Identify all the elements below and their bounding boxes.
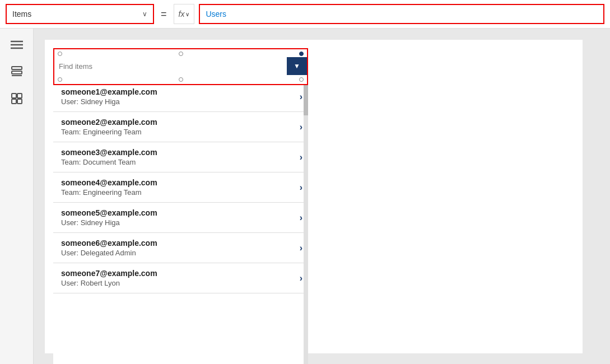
dropdown-arrow-icon: ▼ — [294, 62, 300, 70]
list-item-text: someone2@example.com Team: Engineering T… — [61, 118, 157, 136]
list-item-chevron-icon: › — [300, 152, 302, 162]
list-item-email: someone2@example.com — [61, 118, 157, 127]
list-scroll-wrapper: someone1@example.com User: Sidney Higa ›… — [53, 82, 308, 364]
svg-rect-9 — [17, 99, 22, 104]
list-item-email: someone1@example.com — [61, 87, 157, 96]
resize-dot-tr[interactable] — [299, 52, 304, 56]
scrollbar-thumb[interactable] — [304, 82, 308, 115]
resize-dot-tc[interactable] — [179, 52, 183, 56]
items-dropdown-chevron-icon: ∨ — [142, 10, 147, 18]
svg-rect-7 — [17, 94, 22, 98]
list-item-sub: User: Robert Lyon — [61, 279, 157, 287]
list-item-sub: User: Delegated Admin — [61, 249, 157, 257]
items-dropdown[interactable]: Items ∨ — [6, 4, 154, 24]
fx-icon: fx — [179, 10, 185, 18]
equals-sign: = — [159, 8, 169, 20]
list-item-text: someone1@example.com User: Sidney Higa — [61, 87, 157, 106]
list-item-email: someone4@example.com — [61, 178, 157, 187]
list-item-text: someone3@example.com Team: Document Team — [61, 148, 157, 166]
list-item[interactable]: someone3@example.com Team: Document Team… — [53, 142, 308, 172]
resize-handles-bottom — [54, 77, 307, 84]
list-item-text: someone5@example.com User: Sidney Higa — [61, 208, 157, 227]
main-layout: ▼ someone1@example.com User: Sidney Higa… — [0, 29, 610, 364]
list-item-text: someone6@example.com User: Delegated Adm… — [61, 239, 157, 257]
layers-icon[interactable] — [9, 64, 25, 80]
find-items-wrapper: ▼ — [53, 48, 308, 85]
list-item-email: someone7@example.com — [61, 269, 157, 278]
list-item-sub: Team: Engineering Team — [61, 188, 157, 197]
svg-rect-4 — [12, 71, 22, 74]
list-item[interactable]: someone1@example.com User: Sidney Higa › — [53, 82, 308, 112]
list-item-sub: Team: Engineering Team — [61, 128, 157, 136]
list-item-text: someone4@example.com Team: Engineering T… — [61, 178, 157, 197]
users-field[interactable]: Users — [199, 4, 604, 24]
resize-dot-br[interactable] — [299, 77, 304, 82]
find-items-input[interactable] — [54, 60, 287, 73]
list-item[interactable]: someone4@example.com Team: Engineering T… — [53, 172, 308, 203]
content-area: ▼ someone1@example.com User: Sidney Higa… — [34, 29, 610, 364]
hamburger-icon[interactable] — [9, 37, 25, 53]
list-item-email: someone3@example.com — [61, 148, 157, 157]
svg-rect-3 — [12, 67, 22, 69]
list-container: someone1@example.com User: Sidney Higa ›… — [53, 82, 308, 293]
list-item[interactable]: someone7@example.com User: Robert Lyon › — [53, 263, 308, 293]
sidebar — [0, 29, 34, 364]
svg-rect-8 — [12, 99, 16, 104]
resize-dot-tl[interactable] — [58, 52, 62, 56]
list-item-chevron-icon: › — [300, 122, 302, 132]
list-item-chevron-icon: › — [300, 183, 302, 193]
list-item-email: someone5@example.com — [61, 208, 157, 217]
list-item-chevron-icon: › — [300, 92, 302, 102]
items-dropdown-label: Items — [12, 10, 31, 18]
fx-button[interactable]: fx ∨ — [174, 4, 195, 24]
resize-dot-bc[interactable] — [179, 77, 183, 82]
list-item[interactable]: someone6@example.com User: Delegated Adm… — [53, 233, 308, 263]
scrollbar-track[interactable] — [304, 82, 308, 364]
white-panel: ▼ someone1@example.com User: Sidney Higa… — [45, 40, 583, 353]
list-item-chevron-icon: › — [300, 243, 302, 253]
list-item[interactable]: someone5@example.com User: Sidney Higa › — [53, 203, 308, 233]
users-field-text: Users — [206, 10, 226, 18]
find-items-input-row: ▼ — [54, 56, 307, 77]
fx-chevron-icon: ∨ — [185, 11, 189, 17]
list-item-sub: User: Sidney Higa — [61, 218, 157, 227]
grid-icon[interactable] — [9, 91, 25, 106]
list-item-email: someone6@example.com — [61, 239, 157, 248]
list-item-text: someone7@example.com User: Robert Lyon — [61, 269, 157, 287]
list-item-sub: User: Sidney Higa — [61, 97, 157, 106]
list-item-chevron-icon: › — [300, 213, 302, 223]
resize-handles-top — [54, 49, 307, 56]
find-items-dropdown-btn[interactable]: ▼ — [287, 57, 307, 75]
list-item-sub: Team: Document Team — [61, 158, 157, 166]
svg-rect-6 — [12, 94, 16, 98]
list-item-chevron-icon: › — [300, 273, 302, 283]
top-bar: Items ∨ = fx ∨ Users — [0, 0, 610, 29]
list-item[interactable]: someone2@example.com Team: Engineering T… — [53, 112, 308, 142]
resize-dot-bl[interactable] — [58, 77, 62, 82]
